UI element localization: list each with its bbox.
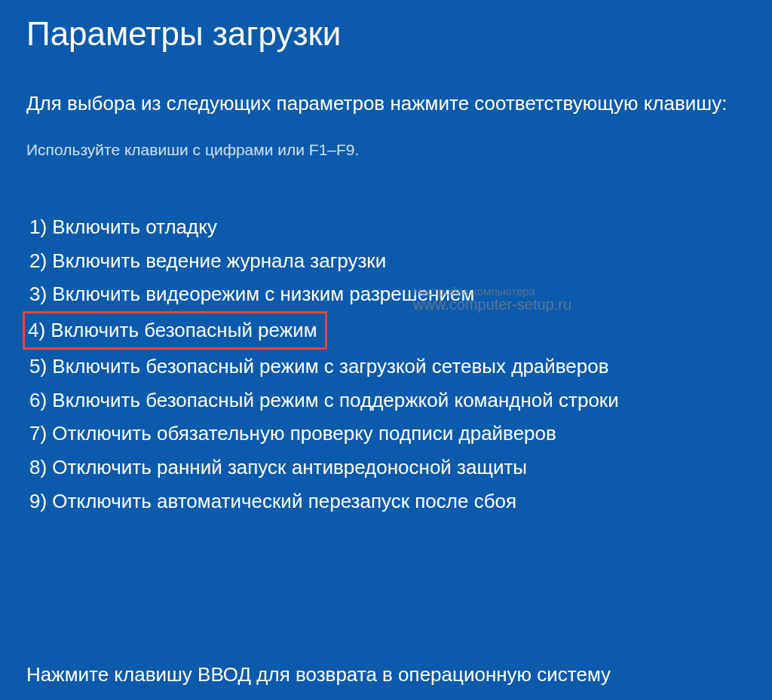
startup-options-list: 1) Включить отладку 2) Включить ведение … <box>26 210 746 518</box>
startup-option-4-safe-mode[interactable]: 4) Включить безопасный режим <box>23 311 327 350</box>
startup-option-1[interactable]: 1) Включить отладку <box>26 210 220 244</box>
page-title: Параметры загрузки <box>26 15 746 53</box>
option-number: 1) <box>29 216 47 238</box>
option-label: Отключить автоматический перезапуск посл… <box>52 490 516 512</box>
option-number: 8) <box>29 456 47 478</box>
startup-option-9[interactable]: 9) Отключить автоматический перезапуск п… <box>26 484 519 518</box>
footer-instruction: Нажмите клавишу ВВОД для возврата в опер… <box>26 663 746 686</box>
startup-option-3[interactable]: 3) Включить видеорежим с низким разрешен… <box>26 277 477 311</box>
option-number: 2) <box>29 249 47 272</box>
option-number: 7) <box>29 422 47 445</box>
option-number: 5) <box>29 355 47 378</box>
option-label: Включить видеорежим с низким разрешением <box>52 283 474 305</box>
option-number: 3) <box>29 283 47 305</box>
option-label: Включить ведение журнала загрузки <box>52 249 386 272</box>
startup-option-8[interactable]: 8) Отключить ранний запуск антивредоносн… <box>26 451 530 484</box>
option-label: Включить отладку <box>52 216 217 238</box>
startup-option-5[interactable]: 5) Включить безопасный режим с загрузкой… <box>26 350 612 384</box>
option-label: Отключить обязательную проверку подписи … <box>52 422 556 445</box>
option-label: Включить безопасный режим с поддержкой к… <box>52 389 618 411</box>
option-label: Отключить ранний запуск антивредоносной … <box>52 456 527 478</box>
instruction-text: Для выбора из следующих параметров нажми… <box>26 89 746 118</box>
option-label: Включить безопасный режим <box>51 319 317 341</box>
startup-option-2[interactable]: 2) Включить ведение журнала загрузки <box>26 244 389 278</box>
option-number: 6) <box>29 389 47 411</box>
option-label: Включить безопасный режим с загрузкой се… <box>52 355 608 378</box>
option-number: 9) <box>29 490 47 512</box>
option-number: 4) <box>28 319 45 341</box>
startup-option-7[interactable]: 7) Отключить обязательную проверку подпи… <box>26 417 559 451</box>
startup-option-6[interactable]: 6) Включить безопасный режим с поддержко… <box>26 384 622 417</box>
hint-text: Используйте клавиши с цифрами или F1–F9. <box>26 141 746 159</box>
